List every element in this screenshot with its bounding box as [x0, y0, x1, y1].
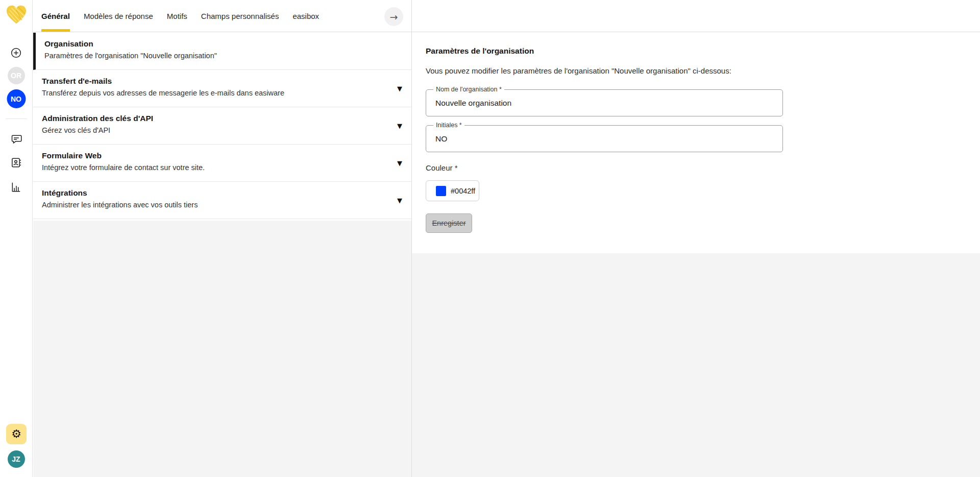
list-item-title: Administration des clés d'API [42, 114, 391, 123]
plus-circle-icon [10, 47, 22, 59]
initials-input[interactable] [426, 126, 782, 152]
settings-button[interactable]: ⚙ [6, 424, 27, 444]
panel-divider [411, 0, 412, 477]
conversations-button[interactable] [10, 132, 22, 145]
contacts-button[interactable] [10, 156, 22, 169]
color-label: Couleur * [426, 163, 980, 172]
brand-heart-logo [5, 4, 28, 26]
save-button[interactable]: Enregister [426, 213, 472, 233]
forward-arrow-button[interactable]: → [384, 7, 403, 26]
org-name-input[interactable] [426, 90, 782, 116]
chevron-down-icon[interactable]: ▼ [397, 85, 402, 92]
panel-title: Paramètres de l'organisation [426, 46, 980, 56]
contacts-icon [10, 157, 22, 169]
organisation-settings-panel: Paramètres de l'organisation Vous pouvez… [412, 32, 980, 253]
list-item-title: Transfert d'e-mails [42, 77, 391, 86]
chevron-down-icon[interactable]: ▼ [397, 159, 402, 167]
settings-section-list: Organisation Paramètres de l'organisatio… [33, 33, 411, 219]
add-organization-button[interactable] [10, 46, 22, 59]
chevron-down-icon[interactable]: ▼ [397, 122, 402, 130]
list-item-subtitle: Gérez vos clés d'API [42, 126, 391, 134]
chat-icon [10, 133, 22, 145]
panel-description: Vous pouvez modifier les paramètres de l… [426, 66, 980, 75]
settings-gear-icon: ⚙ [11, 428, 21, 440]
list-item-subtitle: Transférez depuis vos adresses de messag… [42, 89, 391, 97]
color-swatch[interactable] [436, 186, 446, 196]
color-picker-field[interactable]: #0042ff [426, 180, 479, 201]
tab-motifs[interactable]: Motifs [167, 0, 187, 32]
list-item-title: Formulaire Web [42, 151, 391, 160]
list-item-formulaire-web[interactable]: Formulaire Web Intégrez votre formulaire… [33, 145, 411, 182]
org-avatar-or-label: OR [11, 71, 21, 80]
rail-divider [6, 118, 27, 119]
color-hex-value: #0042ff [451, 187, 475, 195]
list-item-transfert-emails[interactable]: Transfert d'e-mails Transférez depuis vo… [33, 70, 411, 107]
list-item-subtitle: Intégrez votre formulaire de contact sur… [42, 163, 391, 172]
tab-champs-personnalises[interactable]: Champs personnalisés [201, 0, 279, 32]
list-item-organisation[interactable]: Organisation Paramètres de l'organisatio… [33, 33, 411, 70]
top-bar: Général Modèles de réponse Motifs Champs… [33, 0, 980, 32]
list-item-title: Intégrations [42, 188, 391, 198]
icon-rail: OR NO ⚙ [0, 0, 33, 477]
tab-general[interactable]: Général [41, 0, 70, 32]
list-item-subtitle: Administrer les intégrations avec vos ou… [42, 201, 391, 209]
org-name-field-wrapper: Nom de l'organisation * [426, 89, 783, 116]
chevron-down-icon[interactable]: ▼ [397, 197, 402, 204]
org-avatar-no-label: NO [11, 95, 21, 103]
user-avatar-jz[interactable]: JZ [8, 450, 25, 468]
org-avatar-no[interactable]: NO [7, 89, 26, 108]
list-item-integrations[interactable]: Intégrations Administrer les intégration… [33, 182, 411, 219]
tab-modeles-de-reponse[interactable]: Modèles de réponse [84, 0, 153, 32]
org-avatar-or[interactable]: OR [8, 67, 25, 84]
initials-field-wrapper: Initiales * [426, 125, 783, 152]
list-item-cles-api[interactable]: Administration des clés d'API Gérez vos … [33, 107, 411, 145]
bar-chart-icon [10, 181, 22, 193]
right-panel-background [412, 253, 980, 477]
tab-easibox[interactable]: easibox [292, 0, 319, 32]
left-panel-background [33, 221, 411, 477]
user-avatar-jz-label: JZ [12, 455, 20, 463]
statistics-button[interactable] [10, 181, 22, 193]
list-item-subtitle: Paramètres de l'organisation "Nouvelle o… [44, 52, 391, 60]
settings-tabs: Général Modèles de réponse Motifs Champs… [33, 0, 980, 32]
right-arrow-icon: → [390, 11, 398, 22]
list-item-title: Organisation [44, 39, 391, 49]
